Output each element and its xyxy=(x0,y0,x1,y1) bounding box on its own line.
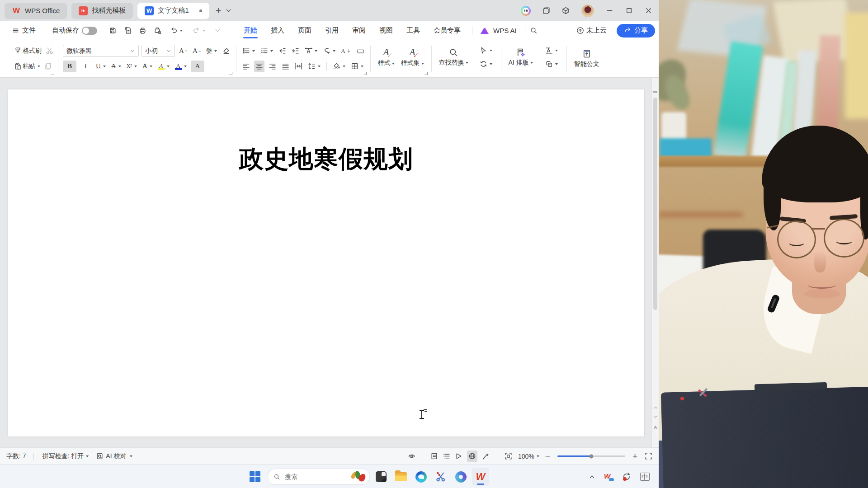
ribbon-tab-home[interactable]: 开始 xyxy=(237,22,264,39)
web-view-button[interactable] xyxy=(467,450,477,462)
file-menu[interactable]: 文件 xyxy=(8,26,39,35)
ribbon-tab-view[interactable]: 视图 xyxy=(373,22,400,39)
text-effects-button[interactable]: A xyxy=(141,61,154,72)
font-color-button[interactable]: A xyxy=(174,61,188,72)
zoom-out-button[interactable]: − xyxy=(545,451,550,461)
tray-expand-chevron-icon[interactable] xyxy=(588,473,596,481)
bullet-list-button[interactable] xyxy=(241,45,256,57)
find-replace-button[interactable]: 查找替换 xyxy=(436,42,471,73)
taskbar-paint-app-icon[interactable] xyxy=(452,468,469,486)
underline-button[interactable]: U xyxy=(94,61,107,72)
new-tab-button[interactable]: + xyxy=(216,5,222,17)
scroll-up-button[interactable] xyxy=(652,404,659,411)
ribbon-tab-tools[interactable]: 工具 xyxy=(400,22,427,39)
zoom-in-button[interactable]: + xyxy=(632,451,637,461)
search-icon[interactable] xyxy=(530,27,538,34)
tray-ime-indicator[interactable]: 中 xyxy=(640,473,650,481)
taskbar-file-explorer-icon[interactable] xyxy=(392,468,410,486)
select-button[interactable] xyxy=(478,45,494,56)
ribbon-tab-page[interactable]: 页面 xyxy=(291,22,318,39)
character-shading-button[interactable]: A xyxy=(191,61,204,72)
italic-button[interactable]: I xyxy=(79,61,92,72)
save-icon[interactable] xyxy=(109,27,117,34)
strikethrough-button[interactable]: A xyxy=(110,61,123,72)
vertical-scrollbar[interactable] xyxy=(651,78,659,447)
close-icon[interactable] xyxy=(645,7,652,14)
outline-view-icon[interactable] xyxy=(443,452,450,460)
tray-wps-cloud-icon[interactable]: W xyxy=(604,472,614,481)
justify-button[interactable] xyxy=(280,61,291,72)
align-right-button[interactable] xyxy=(267,61,278,72)
decrease-indent-button[interactable] xyxy=(277,45,288,57)
tray-sync-icon[interactable] xyxy=(622,472,632,481)
translate-button[interactable] xyxy=(478,58,494,70)
superscript-button[interactable]: X² xyxy=(125,61,138,72)
ai-layout-button[interactable]: AI 排版 xyxy=(506,42,536,73)
increase-font-button[interactable]: A+ xyxy=(178,45,189,57)
tab-list-chevron-icon[interactable] xyxy=(225,7,232,14)
autosave-toggle[interactable] xyxy=(82,27,97,35)
scroll-down-button[interactable] xyxy=(652,413,659,420)
ai-proofread-button[interactable]: AI 校对 xyxy=(94,450,134,462)
minimize-icon[interactable] xyxy=(606,7,613,14)
previous-page-button[interactable] xyxy=(652,424,659,431)
borders-button[interactable] xyxy=(349,61,365,72)
copy-icon[interactable] xyxy=(44,62,52,70)
character-scale-button[interactable] xyxy=(303,45,319,57)
play-presentation-icon[interactable] xyxy=(455,452,462,460)
windows-start-button[interactable] xyxy=(250,471,260,482)
zoom-level-select[interactable]: 100% xyxy=(517,450,541,462)
cut-icon[interactable] xyxy=(46,47,53,55)
distribute-button[interactable] xyxy=(293,61,304,72)
wps-ai-button[interactable]: WPS AI xyxy=(477,27,520,34)
print-icon[interactable] xyxy=(139,27,146,34)
zoom-slider[interactable] xyxy=(557,455,625,457)
styles-button[interactable]: A 样式 xyxy=(375,42,397,73)
taskbar-wps-icon[interactable]: W xyxy=(472,468,489,486)
stacked-windows-icon[interactable] xyxy=(542,7,550,14)
fullscreen-icon[interactable] xyxy=(645,452,652,460)
tab-document[interactable]: W 文字文稿1 xyxy=(137,3,209,19)
style-set-button[interactable]: A 样式集 xyxy=(398,42,427,73)
print-preview-icon[interactable] xyxy=(154,27,161,34)
word-count[interactable]: 字数: 7 xyxy=(6,452,26,460)
ribbon-tab-reference[interactable]: 引用 xyxy=(318,22,345,39)
pinyin-guide-button[interactable]: 嫳 xyxy=(205,45,218,57)
user-avatar[interactable] xyxy=(581,5,594,17)
cube-icon[interactable] xyxy=(562,7,570,14)
ink-pen-icon[interactable] xyxy=(482,452,490,460)
export-pdf-icon[interactable] xyxy=(124,27,132,34)
decrease-font-button[interactable]: A− xyxy=(191,45,202,57)
search-input[interactable] xyxy=(284,473,348,481)
toolbar-more-chevron-icon[interactable] xyxy=(214,27,222,34)
align-left-button[interactable] xyxy=(241,61,251,72)
maximize-icon[interactable] xyxy=(625,7,633,14)
taskbar-search[interactable] xyxy=(268,469,370,485)
group-objects-button[interactable] xyxy=(544,58,559,70)
eye-protect-icon[interactable] xyxy=(408,452,415,460)
taskbar-app-dark-icon[interactable] xyxy=(373,468,390,486)
paste-button[interactable]: 粘贴 xyxy=(13,61,42,72)
document-page[interactable]: 政史地寒假规划 xyxy=(8,89,644,436)
shading-button[interactable] xyxy=(331,61,347,72)
line-spacing-button[interactable] xyxy=(307,61,322,72)
tab-settings-button[interactable] xyxy=(355,45,366,57)
clear-format-button[interactable] xyxy=(221,45,231,57)
share-button[interactable]: 分享 xyxy=(617,24,655,38)
font-name-select[interactable]: 微软雅黑 xyxy=(63,45,139,57)
format-painter-button[interactable]: 格式刷 xyxy=(13,45,43,57)
spell-check-status[interactable]: 拼写检查: 打开 xyxy=(41,450,90,462)
font-size-select[interactable]: 小初 xyxy=(142,45,175,57)
cloud-sync-status[interactable]: 未上云 xyxy=(573,26,610,35)
text-direction-button[interactable] xyxy=(321,45,337,57)
redo-button[interactable] xyxy=(191,25,207,37)
numbered-list-button[interactable] xyxy=(259,45,274,57)
page-view-icon[interactable] xyxy=(430,452,438,460)
taskbar-snipping-tool-icon[interactable] xyxy=(432,468,449,486)
undo-button[interactable] xyxy=(169,25,184,37)
ribbon-tab-review[interactable]: 审阅 xyxy=(345,22,373,39)
tab-wps-home[interactable]: W WPS Office xyxy=(5,3,67,19)
assistant-robot-icon[interactable] xyxy=(521,6,531,16)
fit-page-icon[interactable] xyxy=(505,452,512,460)
sort-button[interactable]: A xyxy=(340,45,352,57)
